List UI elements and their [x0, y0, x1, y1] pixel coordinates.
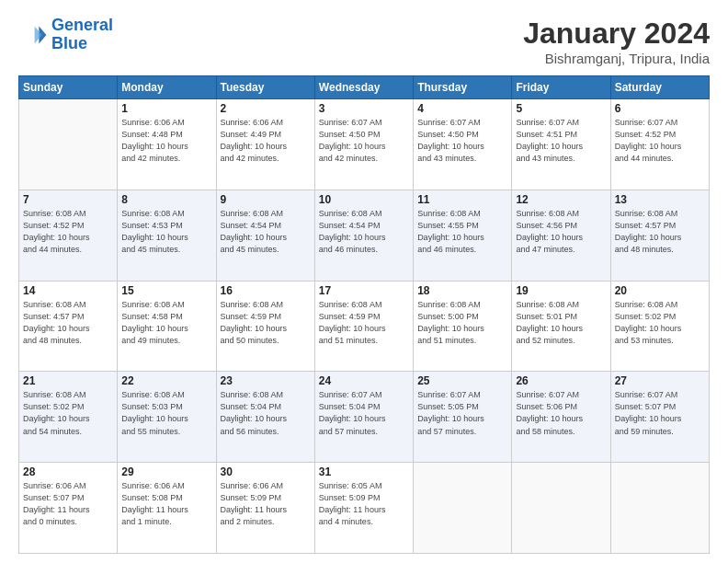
calendar-cell: 10Sunrise: 6:08 AMSunset: 4:54 PMDayligh… — [314, 190, 413, 281]
day-number: 29 — [121, 465, 211, 478]
day-info: Sunrise: 6:08 AMSunset: 4:52 PMDaylight:… — [23, 208, 113, 256]
calendar-cell: 4Sunrise: 6:07 AMSunset: 4:50 PMDaylight… — [414, 99, 512, 190]
day-number: 14 — [23, 284, 113, 297]
day-info: Sunrise: 6:07 AMSunset: 5:04 PMDaylight:… — [319, 389, 409, 437]
day-info: Sunrise: 6:07 AMSunset: 5:06 PMDaylight:… — [516, 389, 606, 437]
logo-text: General Blue — [51, 17, 113, 53]
calendar-cell: 27Sunrise: 6:07 AMSunset: 5:07 PMDayligh… — [610, 372, 709, 463]
calendar-cell: 24Sunrise: 6:07 AMSunset: 5:04 PMDayligh… — [314, 372, 413, 463]
calendar-week-row: 28Sunrise: 6:06 AMSunset: 5:07 PMDayligh… — [19, 463, 710, 554]
calendar-cell: 25Sunrise: 6:07 AMSunset: 5:05 PMDayligh… — [414, 372, 512, 463]
day-number: 27 — [615, 374, 705, 387]
day-number: 19 — [516, 284, 606, 297]
day-number: 25 — [417, 374, 507, 387]
day-number: 22 — [121, 374, 211, 387]
calendar-cell: 17Sunrise: 6:08 AMSunset: 4:59 PMDayligh… — [314, 281, 413, 372]
day-number: 1 — [121, 102, 211, 115]
weekday-header-row: SundayMondayTuesdayWednesdayThursdayFrid… — [19, 76, 710, 99]
day-number: 9 — [221, 193, 311, 206]
day-number: 4 — [417, 102, 507, 115]
calendar-week-row: 7Sunrise: 6:08 AMSunset: 4:52 PMDaylight… — [19, 190, 710, 281]
day-number: 8 — [121, 193, 211, 206]
day-info: Sunrise: 6:06 AMSunset: 5:07 PMDaylight:… — [23, 480, 113, 528]
calendar-cell: 21Sunrise: 6:08 AMSunset: 5:02 PMDayligh… — [19, 372, 118, 463]
calendar-cell: 18Sunrise: 6:08 AMSunset: 5:00 PMDayligh… — [414, 281, 512, 372]
day-info: Sunrise: 6:06 AMSunset: 5:08 PMDaylight:… — [121, 480, 211, 528]
logo-icon — [18, 20, 48, 50]
day-info: Sunrise: 6:06 AMSunset: 4:48 PMDaylight:… — [121, 117, 211, 165]
header: General Blue January 2024 Bishramganj, T… — [18, 17, 710, 66]
weekday-header-sunday: Sunday — [19, 76, 118, 99]
day-number: 12 — [516, 193, 606, 206]
title-block: January 2024 Bishramganj, Tripura, India — [523, 17, 710, 66]
weekday-header-monday: Monday — [118, 76, 216, 99]
calendar-cell: 16Sunrise: 6:08 AMSunset: 4:59 PMDayligh… — [216, 281, 314, 372]
calendar-cell: 8Sunrise: 6:08 AMSunset: 4:53 PMDaylight… — [118, 190, 216, 281]
day-number: 21 — [23, 374, 113, 387]
day-info: Sunrise: 6:08 AMSunset: 4:54 PMDaylight:… — [319, 208, 409, 256]
calendar-cell: 19Sunrise: 6:08 AMSunset: 5:01 PMDayligh… — [512, 281, 610, 372]
day-info: Sunrise: 6:07 AMSunset: 5:05 PMDaylight:… — [417, 389, 507, 437]
calendar-cell: 12Sunrise: 6:08 AMSunset: 4:56 PMDayligh… — [512, 190, 610, 281]
calendar-cell — [512, 463, 610, 554]
day-info: Sunrise: 6:06 AMSunset: 4:49 PMDaylight:… — [221, 117, 311, 165]
day-number: 20 — [615, 284, 705, 297]
day-number: 5 — [516, 102, 606, 115]
day-number: 7 — [23, 193, 113, 206]
day-info: Sunrise: 6:08 AMSunset: 4:59 PMDaylight:… — [319, 299, 409, 347]
day-info: Sunrise: 6:08 AMSunset: 5:03 PMDaylight:… — [121, 389, 211, 437]
day-number: 17 — [319, 284, 409, 297]
weekday-header-friday: Friday — [512, 76, 610, 99]
day-info: Sunrise: 6:08 AMSunset: 4:58 PMDaylight:… — [121, 299, 211, 347]
day-info: Sunrise: 6:08 AMSunset: 5:04 PMDaylight:… — [221, 389, 311, 437]
day-info: Sunrise: 6:07 AMSunset: 4:50 PMDaylight:… — [319, 117, 409, 165]
calendar-cell: 30Sunrise: 6:06 AMSunset: 5:09 PMDayligh… — [216, 463, 314, 554]
day-info: Sunrise: 6:08 AMSunset: 5:02 PMDaylight:… — [615, 299, 705, 347]
calendar-cell: 14Sunrise: 6:08 AMSunset: 4:57 PMDayligh… — [19, 281, 118, 372]
calendar-cell: 28Sunrise: 6:06 AMSunset: 5:07 PMDayligh… — [19, 463, 118, 554]
day-info: Sunrise: 6:08 AMSunset: 5:02 PMDaylight:… — [23, 389, 113, 437]
day-number: 10 — [319, 193, 409, 206]
calendar-week-row: 14Sunrise: 6:08 AMSunset: 4:57 PMDayligh… — [19, 281, 710, 372]
day-number: 26 — [516, 374, 606, 387]
day-info: Sunrise: 6:08 AMSunset: 5:01 PMDaylight:… — [516, 299, 606, 347]
weekday-header-wednesday: Wednesday — [314, 76, 413, 99]
day-number: 28 — [23, 465, 113, 478]
calendar-cell — [610, 463, 709, 554]
calendar-cell: 9Sunrise: 6:08 AMSunset: 4:54 PMDaylight… — [216, 190, 314, 281]
day-info: Sunrise: 6:06 AMSunset: 5:09 PMDaylight:… — [221, 480, 311, 528]
day-number: 23 — [221, 374, 311, 387]
day-number: 30 — [221, 465, 311, 478]
calendar-table: SundayMondayTuesdayWednesdayThursdayFrid… — [18, 75, 710, 554]
calendar-week-row: 1Sunrise: 6:06 AMSunset: 4:48 PMDaylight… — [19, 99, 710, 190]
calendar-cell: 23Sunrise: 6:08 AMSunset: 5:04 PMDayligh… — [216, 372, 314, 463]
calendar-cell: 20Sunrise: 6:08 AMSunset: 5:02 PMDayligh… — [610, 281, 709, 372]
day-number: 6 — [615, 102, 705, 115]
day-info: Sunrise: 6:08 AMSunset: 4:57 PMDaylight:… — [615, 208, 705, 256]
calendar-cell: 15Sunrise: 6:08 AMSunset: 4:58 PMDayligh… — [118, 281, 216, 372]
page: General Blue January 2024 Bishramganj, T… — [0, 0, 728, 563]
calendar-cell: 3Sunrise: 6:07 AMSunset: 4:50 PMDaylight… — [314, 99, 413, 190]
calendar-header: SundayMondayTuesdayWednesdayThursdayFrid… — [19, 76, 710, 99]
calendar-cell: 2Sunrise: 6:06 AMSunset: 4:49 PMDaylight… — [216, 99, 314, 190]
day-number: 31 — [319, 465, 409, 478]
day-info: Sunrise: 6:08 AMSunset: 4:53 PMDaylight:… — [121, 208, 211, 256]
day-number: 13 — [615, 193, 705, 206]
day-info: Sunrise: 6:08 AMSunset: 4:55 PMDaylight:… — [417, 208, 507, 256]
calendar-cell — [19, 99, 118, 190]
day-info: Sunrise: 6:07 AMSunset: 4:50 PMDaylight:… — [417, 117, 507, 165]
day-info: Sunrise: 6:08 AMSunset: 4:56 PMDaylight:… — [516, 208, 606, 256]
calendar-week-row: 21Sunrise: 6:08 AMSunset: 5:02 PMDayligh… — [19, 372, 710, 463]
calendar-cell: 6Sunrise: 6:07 AMSunset: 4:52 PMDaylight… — [610, 99, 709, 190]
calendar-cell: 31Sunrise: 6:05 AMSunset: 5:09 PMDayligh… — [314, 463, 413, 554]
day-number: 24 — [319, 374, 409, 387]
calendar-cell: 11Sunrise: 6:08 AMSunset: 4:55 PMDayligh… — [414, 190, 512, 281]
calendar-cell: 26Sunrise: 6:07 AMSunset: 5:06 PMDayligh… — [512, 372, 610, 463]
weekday-header-thursday: Thursday — [414, 76, 512, 99]
day-info: Sunrise: 6:08 AMSunset: 4:57 PMDaylight:… — [23, 299, 113, 347]
day-info: Sunrise: 6:08 AMSunset: 4:54 PMDaylight:… — [221, 208, 311, 256]
day-info: Sunrise: 6:08 AMSunset: 5:00 PMDaylight:… — [417, 299, 507, 347]
day-info: Sunrise: 6:05 AMSunset: 5:09 PMDaylight:… — [319, 480, 409, 528]
weekday-header-tuesday: Tuesday — [216, 76, 314, 99]
day-info: Sunrise: 6:07 AMSunset: 4:52 PMDaylight:… — [615, 117, 705, 165]
